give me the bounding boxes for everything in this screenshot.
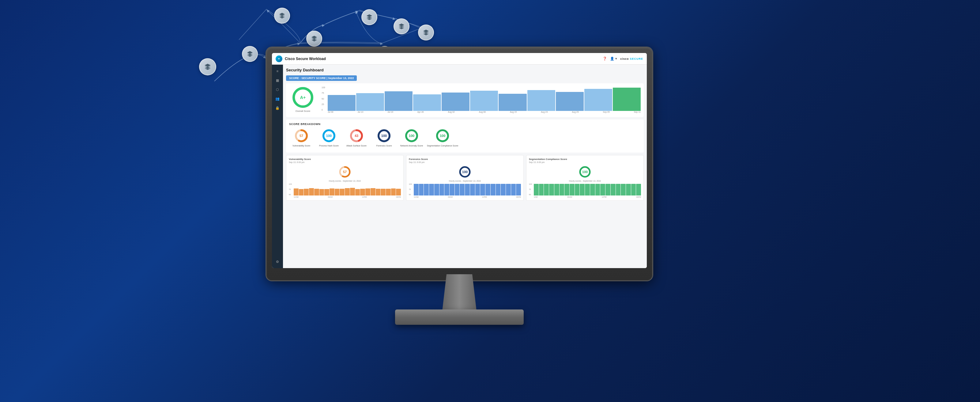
mini-bar-chart-2 <box>534 183 641 196</box>
sidebar-item-settings[interactable]: ⚙ <box>273 258 282 266</box>
score-value-3: 100 <box>381 134 387 137</box>
mini-bar <box>324 189 329 196</box>
mini-bar <box>585 184 590 196</box>
sidebar-item-security[interactable]: 🔒 <box>273 104 282 112</box>
bar-chart-bar <box>470 91 498 111</box>
detail-card-title-2: Segmentation Compliance Score <box>529 158 641 161</box>
mini-bar <box>424 184 429 196</box>
mini-bar <box>444 184 449 196</box>
score-donut-0: 57 <box>294 128 309 144</box>
mini-bar <box>439 184 444 196</box>
network-node-3 <box>274 8 290 24</box>
bar-chart-bar <box>499 94 527 111</box>
sidebar-item-network[interactable]: ⬡ <box>273 86 282 93</box>
score-donut-4: 100 <box>404 128 419 144</box>
mini-bar <box>414 184 418 196</box>
bar-chart-bar <box>413 94 441 111</box>
mini-bar <box>304 189 309 196</box>
detail-card-1: Forensics Score Sep 13, 6:00 pm 100 Hour… <box>406 155 524 201</box>
detail-value-1: 100 <box>462 170 468 174</box>
mini-bar <box>600 184 605 196</box>
score-card-5: 100 Segmentation Compliance Score <box>427 128 458 147</box>
mini-bar <box>299 189 304 196</box>
detail-donut-2: 100 <box>578 165 592 179</box>
detail-card-date-2: Sep 13, 6:00 pm <box>529 161 641 163</box>
score-donut-1: 100 <box>321 128 337 144</box>
sidebar-item-dashboard[interactable]: ▦ <box>273 76 282 84</box>
mini-bar <box>595 184 600 196</box>
mini-bar <box>455 184 460 196</box>
mini-bar <box>570 184 574 196</box>
detail-card-date-0: Sep 13, 6:00 pm <box>289 161 401 163</box>
mini-bar <box>511 184 516 196</box>
mini-bar <box>611 184 616 196</box>
detail-donut-1: 100 <box>458 165 472 179</box>
score-label-1: Process Hash Score <box>319 144 339 147</box>
mini-bar-chart-0 <box>294 183 401 196</box>
hourly-label-0: Hourly scores - September 13, 2022 <box>289 180 401 182</box>
detail-card-2: Segmentation Compliance Score Sep 13, 6:… <box>526 155 644 201</box>
mini-bar <box>626 184 631 196</box>
mini-bar <box>381 189 385 196</box>
score-card-2: 43 Attack Surface Score <box>344 128 369 147</box>
mini-bar <box>294 188 299 196</box>
score-card-0: 57 Vulnerability Score <box>289 128 313 147</box>
mini-bar <box>616 184 621 196</box>
monitor-bezel: Cisco Secure Workload ❓ 👤 ▾ cisco SECURE… <box>266 48 652 280</box>
mini-bar <box>480 184 485 196</box>
mini-bar <box>350 188 355 196</box>
mini-bar <box>516 184 521 196</box>
mini-bar <box>580 184 585 196</box>
app-topbar: Cisco Secure Workload ❓ 👤 ▾ cisco SECURE <box>272 53 647 65</box>
bar-chart-y-labels: 100 75 50 25 0 <box>321 86 325 111</box>
network-node-9 <box>418 24 434 40</box>
mini-bar <box>371 188 375 196</box>
mini-bar-x-labels-1: 12AM06AM12PM06PM <box>414 196 521 198</box>
mini-bar <box>450 184 455 196</box>
sidebar-item-users[interactable]: 👥 <box>273 95 282 103</box>
mini-bar <box>575 184 580 196</box>
score-card-4: 100 Network Anomaly Score <box>399 128 424 147</box>
app-logo <box>275 56 282 62</box>
mini-bar <box>496 184 501 196</box>
app-title: Cisco Secure Workload <box>285 57 326 61</box>
user-icon[interactable]: 👤 ▾ <box>610 57 617 61</box>
mini-bar <box>621 184 626 196</box>
score-card-3: 100 Forensics Score <box>372 128 396 147</box>
detail-cards-row: Vulnerability Score Sep 13, 6:00 pm 57 H… <box>286 155 644 201</box>
mini-bar <box>560 184 565 196</box>
detail-value-2: 100 <box>582 170 588 174</box>
mini-bar <box>345 188 350 196</box>
mini-bar <box>320 189 324 196</box>
score-value-5: 100 <box>440 134 445 137</box>
mini-bar <box>636 184 641 196</box>
detail-donut-area-2: 100 <box>529 165 641 179</box>
bar-chart-bar <box>385 91 412 111</box>
mini-bar <box>309 188 314 196</box>
bar-chart-bar <box>527 90 555 111</box>
monitor-screen: Cisco Secure Workload ❓ 👤 ▾ cisco SECURE… <box>272 53 647 268</box>
bar-chart-bar <box>442 93 469 111</box>
mini-bar <box>605 184 610 196</box>
score-value-1: 100 <box>326 134 332 137</box>
mini-bar <box>544 184 549 196</box>
main-bar-chart <box>328 86 641 111</box>
mini-bar <box>429 184 434 196</box>
score-tab-label: SCORE : SECURITY SCORE | September 13, 2… <box>289 77 354 80</box>
bar-chart-bar <box>328 95 356 111</box>
help-icon[interactable]: ❓ <box>603 57 607 61</box>
score-tab[interactable]: SCORE : SECURITY SCORE | September 13, 2… <box>286 75 357 81</box>
detail-donut-area-0: 57 <box>289 165 401 179</box>
detail-card-title-0: Vulnerability Score <box>289 158 401 161</box>
bar-chart-area: 100 75 50 25 0 <box>321 86 641 114</box>
score-value-2: 43 <box>355 134 358 137</box>
mini-bar <box>631 184 636 196</box>
mini-bar-x-labels-2: 1AM06AM12PM06PM <box>534 196 641 198</box>
mini-bar <box>314 189 319 196</box>
sidebar-item-menu[interactable]: ≡ <box>273 67 282 75</box>
mini-bar-chart-1 <box>414 183 521 196</box>
score-card-1: 100 Process Hash Score <box>317 128 341 147</box>
monitor-stand-base <box>395 309 524 325</box>
bar-chart-bar <box>584 89 612 111</box>
score-label-5: Segmentation Compliance Score <box>427 144 458 147</box>
